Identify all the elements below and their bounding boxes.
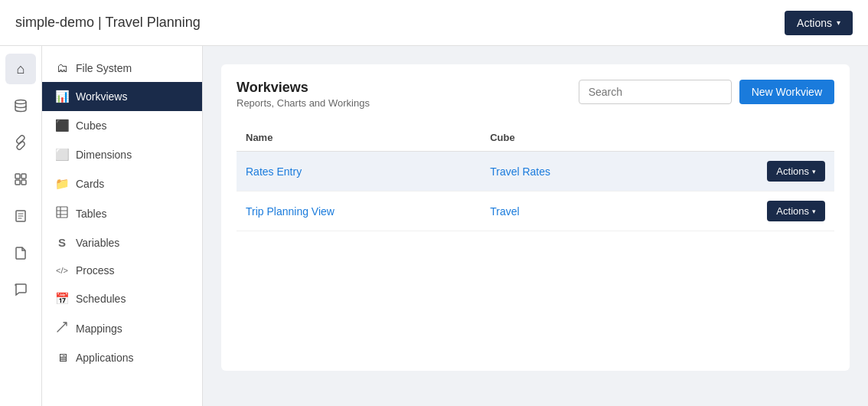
content-area: Workviews Reports, Charts and Workings N…	[203, 46, 868, 406]
svg-rect-4	[21, 180, 26, 185]
sidebar-item-tables-label: Tables	[76, 208, 106, 220]
sidebar-icon-grid[interactable]	[5, 164, 36, 195]
top-header: simple-demo | Travel Planning Actions ▾	[0, 0, 868, 46]
sidebar-item-schedules[interactable]: 📅 Schedules	[42, 284, 202, 313]
sidebar-icon-database[interactable]	[5, 90, 36, 121]
sidebar-item-filesystem[interactable]: 🗂 File System	[42, 54, 202, 82]
sidebar-item-workviews-label: Workviews	[76, 90, 127, 103]
panel-title: Workviews	[237, 80, 370, 96]
workview-cube-travel[interactable]: Travel	[481, 192, 661, 231]
sidebar-icon-link[interactable]	[5, 127, 36, 158]
sidebar-item-cards[interactable]: 📁 Cards	[42, 169, 202, 198]
row-actions-cell-0: Actions ▾	[661, 152, 834, 192]
sidebar-item-workviews[interactable]: 📊 Workviews	[42, 82, 202, 111]
page-title: simple-demo | Travel Planning	[15, 15, 201, 31]
sidebar-item-dimensions[interactable]: ⬜ Dimensions	[42, 140, 202, 169]
dimensions-icon: ⬜	[54, 148, 70, 162]
col-header-cube: Cube	[481, 124, 661, 152]
row-actions-chevron-icon-1: ▾	[812, 208, 816, 215]
variables-icon: S	[54, 236, 70, 249]
row-actions-button-1[interactable]: Actions ▾	[767, 201, 825, 221]
workview-name-trip-planning[interactable]: Trip Planning View	[237, 192, 481, 231]
svg-rect-6	[57, 207, 67, 218]
col-header-actions	[661, 124, 834, 152]
sidebar-item-filesystem-label: File System	[76, 62, 132, 74]
header-actions-button[interactable]: Actions ▾	[785, 11, 853, 35]
process-icon: </>	[54, 266, 70, 275]
sidebar-item-applications-label: Applications	[76, 352, 134, 364]
panel-header-right: New Workview	[579, 80, 834, 104]
sidebar-item-process[interactable]: </> Process	[42, 257, 202, 284]
schedules-icon: 📅	[54, 292, 70, 306]
nav-sidebar: 🗂 File System 📊 Workviews ⬛ Cubes ⬜ Dime…	[42, 46, 203, 406]
cards-icon: 📁	[54, 177, 70, 191]
workviews-panel: Workviews Reports, Charts and Workings N…	[221, 64, 850, 371]
sidebar-item-applications[interactable]: 🖥 Applications	[42, 343, 202, 372]
svg-rect-1	[15, 174, 20, 178]
sidebar-item-variables[interactable]: S Variables	[42, 228, 202, 257]
row-actions-label-0: Actions	[776, 165, 809, 177]
sidebar-item-tables[interactable]: Tables	[42, 198, 202, 228]
tables-icon	[54, 206, 70, 221]
icon-sidebar: ⌂	[0, 46, 42, 406]
sidebar-icon-home[interactable]: ⌂	[5, 54, 36, 84]
sidebar-item-cubes-label: Cubes	[76, 120, 106, 132]
row-actions-label-1: Actions	[776, 205, 809, 217]
sidebar-icon-document[interactable]	[5, 237, 36, 268]
new-workview-button[interactable]: New Workview	[739, 80, 834, 104]
panel-header: Workviews Reports, Charts and Workings N…	[237, 80, 834, 109]
svg-point-0	[15, 100, 26, 104]
mappings-icon	[54, 321, 70, 336]
row-actions-cell-1: Actions ▾	[661, 192, 834, 231]
panel-title-group: Workviews Reports, Charts and Workings	[237, 80, 370, 109]
sidebar-icon-book[interactable]	[5, 201, 36, 231]
panel-subtitle: Reports, Charts and Workings	[237, 97, 370, 109]
row-actions-button-0[interactable]: Actions ▾	[767, 161, 825, 182]
search-input[interactable]	[579, 80, 732, 104]
table-header-row: Name Cube	[237, 124, 834, 152]
header-actions-chevron-icon: ▾	[837, 18, 840, 27]
workview-name-rates-entry[interactable]: Rates Entry	[237, 152, 481, 192]
sidebar-item-schedules-label: Schedules	[76, 293, 126, 305]
sidebar-icon-chat[interactable]	[5, 274, 36, 305]
sidebar-item-dimensions-label: Dimensions	[76, 149, 132, 161]
sidebar-item-cards-label: Cards	[76, 178, 104, 190]
sidebar-item-cubes[interactable]: ⬛ Cubes	[42, 111, 202, 140]
sidebar-item-mappings-label: Mappings	[76, 323, 122, 335]
workviews-table: Name Cube Rates Entry Travel Rates Actio…	[237, 124, 834, 231]
cubes-icon: ⬛	[54, 119, 70, 133]
header-actions-label: Actions	[797, 17, 832, 29]
sidebar-item-mappings[interactable]: Mappings	[42, 313, 202, 343]
filesystem-icon: 🗂	[54, 61, 70, 74]
main-layout: ⌂ 🗂 File System 📊 Workviews ⬛	[0, 46, 868, 406]
workview-cube-travel-rates[interactable]: Travel Rates	[481, 152, 661, 192]
table-row: Trip Planning View Travel Actions ▾	[237, 192, 834, 231]
table-row: Rates Entry Travel Rates Actions ▾	[237, 152, 834, 192]
workviews-icon: 📊	[54, 90, 70, 103]
sidebar-item-process-label: Process	[76, 264, 115, 277]
col-header-name: Name	[237, 124, 481, 152]
row-actions-chevron-icon-0: ▾	[812, 168, 816, 175]
sidebar-item-variables-label: Variables	[76, 237, 119, 249]
svg-rect-3	[15, 180, 20, 185]
svg-rect-2	[21, 174, 26, 178]
applications-icon: 🖥	[54, 351, 70, 364]
